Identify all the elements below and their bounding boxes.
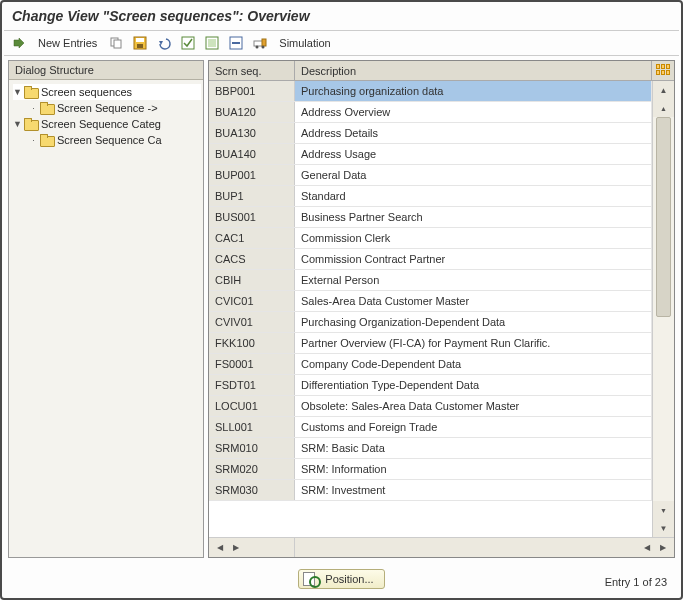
cell-scrn-seq[interactable]: CBIH — [209, 270, 295, 290]
transport-icon[interactable] — [251, 34, 269, 52]
col-scrn-seq[interactable]: Scrn seq. — [209, 61, 295, 80]
table-row[interactable]: FSDT01Differentiation Type-Dependent Dat… — [209, 375, 652, 396]
hscroll-left2-icon[interactable]: ◀ — [640, 541, 654, 555]
cell-scrn-seq[interactable]: BUP001 — [209, 165, 295, 185]
cell-scrn-seq[interactable]: BUS001 — [209, 207, 295, 227]
table-row[interactable]: BUS001Business Partner Search — [209, 207, 652, 228]
table-row[interactable]: FS0001Company Code-Dependent Data — [209, 354, 652, 375]
tree-twisty-icon[interactable]: · — [29, 135, 38, 145]
scroll-up-step-icon[interactable]: ▲ — [653, 99, 674, 117]
cell-scrn-seq[interactable]: BUA140 — [209, 144, 295, 164]
cell-scrn-seq[interactable]: CACS — [209, 249, 295, 269]
cell-description[interactable]: Commission Clerk — [295, 228, 652, 248]
cell-description[interactable]: External Person — [295, 270, 652, 290]
page-title: Change View "Screen sequences": Overview — [4, 4, 679, 31]
table-row[interactable]: BUA120Address Overview — [209, 102, 652, 123]
cell-description[interactable]: General Data — [295, 165, 652, 185]
cell-description[interactable]: Address Overview — [295, 102, 652, 122]
table-row[interactable]: SRM010SRM: Basic Data — [209, 438, 652, 459]
table-row[interactable]: BUA140Address Usage — [209, 144, 652, 165]
cell-description[interactable]: Commission Contract Partner — [295, 249, 652, 269]
cell-scrn-seq[interactable]: FKK100 — [209, 333, 295, 353]
cell-scrn-seq[interactable]: SLL001 — [209, 417, 295, 437]
table-row[interactable]: CACSCommission Contract Partner — [209, 249, 652, 270]
cell-scrn-seq[interactable]: LOCU01 — [209, 396, 295, 416]
col-description[interactable]: Description — [295, 61, 652, 80]
expand-tree-icon[interactable] — [10, 34, 28, 52]
tree-item[interactable]: ·Screen Sequence Ca — [13, 132, 201, 148]
hscroll-right2-icon[interactable]: ▶ — [656, 541, 670, 555]
scroll-track[interactable] — [653, 117, 674, 501]
cell-description[interactable]: Sales-Area Data Customer Master — [295, 291, 652, 311]
deselect-all-icon[interactable] — [203, 34, 221, 52]
vertical-scrollbar[interactable]: ▲ ▲ ▼ ▼ — [652, 81, 674, 537]
cell-description[interactable]: Address Usage — [295, 144, 652, 164]
undo-icon[interactable] — [155, 34, 173, 52]
select-all-icon[interactable] — [179, 34, 197, 52]
cell-scrn-seq[interactable]: CVIV01 — [209, 312, 295, 332]
hscroll-right-icon[interactable]: ▶ — [229, 541, 243, 555]
hscroll-col1[interactable]: ◀ ▶ — [209, 538, 295, 557]
hscroll-left-icon[interactable]: ◀ — [213, 541, 227, 555]
position-button[interactable]: Position... — [298, 569, 384, 589]
cell-description[interactable]: Differentiation Type-Dependent Data — [295, 375, 652, 395]
cell-description[interactable]: Purchasing organization data — [295, 81, 652, 101]
cell-description[interactable]: Company Code-Dependent Data — [295, 354, 652, 374]
tree-item-label: Screen Sequence -> — [57, 102, 158, 114]
table-options-icon — [656, 64, 670, 78]
table-row[interactable]: BBP001Purchasing organization data — [209, 81, 652, 102]
table-row[interactable]: CBIHExternal Person — [209, 270, 652, 291]
delete-icon[interactable] — [227, 34, 245, 52]
new-entries-button[interactable]: New Entries — [34, 37, 101, 49]
cell-description[interactable]: Address Details — [295, 123, 652, 143]
tree-twisty-icon[interactable]: ▼ — [13, 87, 22, 97]
scroll-down-step-icon[interactable]: ▼ — [653, 501, 674, 519]
tree-item[interactable]: ▼Screen sequences — [13, 84, 201, 100]
cell-description[interactable]: SRM: Investment — [295, 480, 652, 500]
table-row[interactable]: BUP001General Data — [209, 165, 652, 186]
table-row[interactable]: CVIC01Sales-Area Data Customer Master — [209, 291, 652, 312]
table-row[interactable]: SRM030SRM: Investment — [209, 480, 652, 501]
copy-icon[interactable] — [107, 34, 125, 52]
table-row[interactable]: SRM020SRM: Information — [209, 459, 652, 480]
table-options-button[interactable] — [652, 61, 674, 80]
table-row[interactable]: SLL001Customs and Foreign Trade — [209, 417, 652, 438]
cell-scrn-seq[interactable]: SRM020 — [209, 459, 295, 479]
simulation-button[interactable]: Simulation — [275, 37, 334, 49]
cell-scrn-seq[interactable]: BUA120 — [209, 102, 295, 122]
cell-scrn-seq[interactable]: BBP001 — [209, 81, 295, 101]
cell-description[interactable]: Purchasing Organization-Dependent Data — [295, 312, 652, 332]
cell-description[interactable]: SRM: Basic Data — [295, 438, 652, 458]
scroll-thumb[interactable] — [656, 117, 671, 317]
cell-scrn-seq[interactable]: SRM010 — [209, 438, 295, 458]
cell-scrn-seq[interactable]: BUA130 — [209, 123, 295, 143]
cell-description[interactable]: Obsolete: Sales-Area Data Customer Maste… — [295, 396, 652, 416]
grid-body: BBP001Purchasing organization dataBUA120… — [209, 81, 652, 537]
cell-description[interactable]: Partner Overview (FI-CA) for Payment Run… — [295, 333, 652, 353]
table-row[interactable]: BUA130Address Details — [209, 123, 652, 144]
table-row[interactable]: LOCU01Obsolete: Sales-Area Data Customer… — [209, 396, 652, 417]
cell-description[interactable]: SRM: Information — [295, 459, 652, 479]
cell-scrn-seq[interactable]: SRM030 — [209, 480, 295, 500]
tree-twisty-icon[interactable]: · — [29, 103, 38, 113]
cell-scrn-seq[interactable]: CAC1 — [209, 228, 295, 248]
main-area: Dialog Structure ▼Screen sequences·Scree… — [4, 60, 679, 558]
scroll-up-icon[interactable]: ▲ — [653, 81, 674, 99]
cell-scrn-seq[interactable]: FS0001 — [209, 354, 295, 374]
cell-scrn-seq[interactable]: FSDT01 — [209, 375, 295, 395]
hscroll-right-group[interactable]: ◀ ▶ — [630, 541, 674, 555]
tree-item[interactable]: ·Screen Sequence -> — [13, 100, 201, 116]
table-row[interactable]: CVIV01Purchasing Organization-Dependent … — [209, 312, 652, 333]
scroll-down-icon[interactable]: ▼ — [653, 519, 674, 537]
save-icon[interactable] — [131, 34, 149, 52]
tree-twisty-icon[interactable]: ▼ — [13, 119, 22, 129]
table-row[interactable]: BUP1Standard — [209, 186, 652, 207]
cell-scrn-seq[interactable]: CVIC01 — [209, 291, 295, 311]
cell-description[interactable]: Standard — [295, 186, 652, 206]
cell-description[interactable]: Business Partner Search — [295, 207, 652, 227]
tree-item[interactable]: ▼Screen Sequence Categ — [13, 116, 201, 132]
cell-scrn-seq[interactable]: BUP1 — [209, 186, 295, 206]
table-row[interactable]: FKK100Partner Overview (FI-CA) for Payme… — [209, 333, 652, 354]
table-row[interactable]: CAC1Commission Clerk — [209, 228, 652, 249]
cell-description[interactable]: Customs and Foreign Trade — [295, 417, 652, 437]
